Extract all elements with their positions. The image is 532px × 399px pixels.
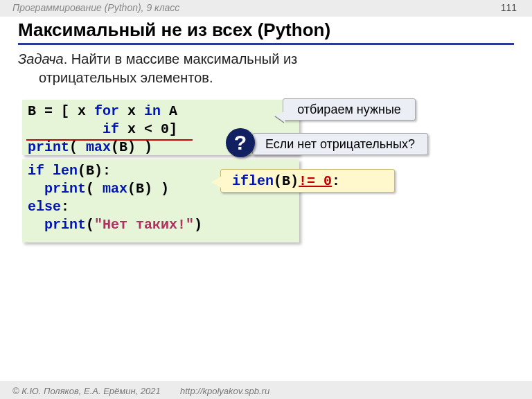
page-number: 111 [501,2,517,13]
tok: if [28,163,44,179]
tok: in [144,103,161,119]
course-label: Программирование (Python), 9 класс [12,2,179,13]
callout-filter: отбираем нужные [283,98,416,121]
tok: if [103,121,119,137]
callout-hint: if len(B)!= 0: [220,169,395,193]
tok: : [61,199,69,215]
tok: x < 0] [119,121,177,137]
footer-url: http://kpolyakov.spb.ru [180,386,269,396]
tok: x [119,103,144,119]
tok: (B) ) [111,139,152,155]
page-title: Максимальный не из всех (Python) [18,19,330,41]
tok: if [232,173,249,189]
tok [44,163,53,179]
tok: B = [ x [28,103,94,119]
task-line1: . Найти в массиве максимальный из [64,51,298,66]
tok: A [161,103,177,119]
tok: print [44,181,86,197]
tok: ( [86,217,94,233]
tok: ( [86,181,103,197]
tok: len [249,173,274,189]
callout-question: Если нет отрицательных? [252,133,428,155]
title-underline [18,43,514,45]
tok: print [28,139,69,155]
tok [28,181,44,197]
strikethrough-line [26,139,193,141]
tok: (B): [78,163,111,179]
tok: != 0 [299,173,332,189]
question-mark-icon: ? [226,128,255,157]
tok [28,121,103,137]
tok: max [103,181,127,197]
tok: (B) ) [127,181,169,197]
tok: len [53,163,78,179]
tok: ) [194,217,202,233]
task-label: Задача [18,51,64,66]
task-line2: отрицательных элементов. [18,69,406,87]
tok: "Нет таких!" [94,217,194,233]
tok: : [332,173,340,189]
tok: else [28,199,61,215]
tok: max [86,139,111,155]
task-text: Задача. Найти в массиве максимальный из … [18,50,406,87]
tok [28,217,44,233]
tok: print [44,217,86,233]
tok: for [94,103,119,119]
tok: (B) [274,173,299,189]
tok: ( [69,139,86,155]
copyright-text: © К.Ю. Поляков, Е.А. Ерёмин, 2021 [12,386,161,396]
